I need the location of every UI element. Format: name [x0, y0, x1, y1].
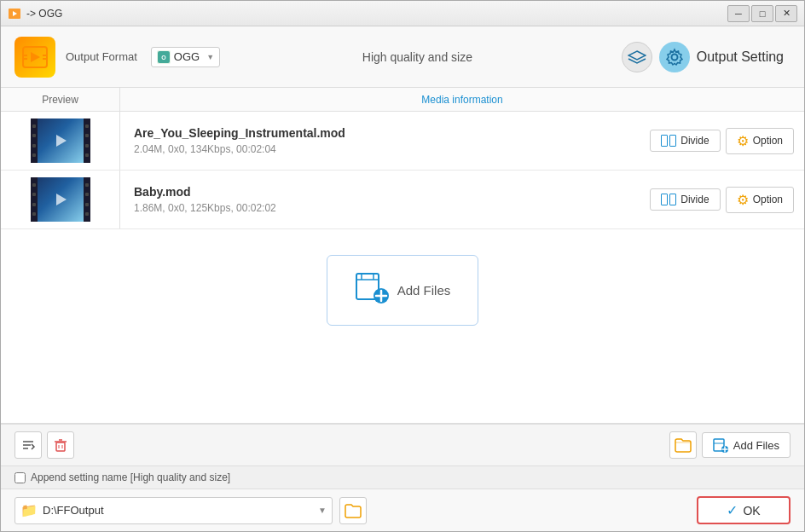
- ok-check-icon: ✓: [727, 502, 738, 518]
- app-logo-icon: [14, 37, 55, 78]
- folder-icon: 📁: [15, 502, 43, 518]
- append-setting-label[interactable]: Append setting name [High quality and si…: [31, 471, 230, 483]
- film-hole: [85, 183, 89, 187]
- add-files-bottom-button[interactable]: Add Files: [702, 432, 791, 458]
- film-hole: [85, 153, 89, 157]
- divide-button-2[interactable]: Divide: [650, 188, 720, 211]
- format-value: OGG: [174, 50, 200, 63]
- film-hole: [85, 144, 89, 147]
- layers-icon: [622, 42, 652, 72]
- option-icon-2: ⚙: [737, 192, 749, 208]
- film-strip-left: [31, 177, 38, 222]
- film-strip-left: [31, 119, 38, 163]
- append-setting-checkbox-wrap: Append setting name [High quality and si…: [14, 471, 230, 483]
- quality-text: High quality and size: [230, 50, 605, 64]
- divide-rect-left: [661, 194, 668, 205]
- close-button[interactable]: ✕: [775, 5, 797, 22]
- film-hole: [32, 124, 36, 128]
- path-dropdown-arrow[interactable]: ▼: [313, 506, 332, 515]
- output-setting-button[interactable]: Output Setting: [615, 38, 791, 76]
- output-path-text: D:\FFOutput: [43, 504, 313, 517]
- delete-button[interactable]: [47, 431, 74, 459]
- app-icon-small: [8, 7, 21, 20]
- film-hole: [85, 124, 89, 128]
- svg-marker-13: [56, 135, 67, 147]
- option-button-1[interactable]: ⚙ Option: [726, 128, 794, 154]
- film-hole: [32, 212, 36, 216]
- append-setting-checkbox[interactable]: [14, 472, 26, 483]
- option-label-1: Option: [753, 135, 783, 147]
- film-hole: [32, 134, 36, 137]
- gear-icon: [659, 42, 690, 72]
- add-files-center-button[interactable]: Add Files: [327, 255, 479, 326]
- file-list: Are_You_Sleeping_Instrumental.mod 2.04M,…: [1, 112, 804, 424]
- film-hole: [32, 193, 36, 196]
- svg-marker-11: [628, 51, 646, 60]
- main-toolbar: Output Format O OGG ▼ High quality and s…: [1, 26, 804, 88]
- film-strip-right: [84, 177, 90, 222]
- file-name-1: Are_You_Sleeping_Instrumental.mod: [134, 126, 636, 140]
- file-meta-1: 2.04M, 0x0, 134Kbps, 00:02:04: [134, 143, 636, 155]
- format-dropdown[interactable]: O OGG ▼: [151, 47, 220, 67]
- video-thumbnail-2: [31, 177, 90, 222]
- main-window: -> OGG ─ □ ✕ Output Format O: [0, 0, 805, 532]
- film-hole: [85, 203, 89, 206]
- sort-button[interactable]: [14, 431, 42, 459]
- svg-marker-14: [56, 194, 67, 205]
- divide-rect-right: [669, 194, 676, 205]
- file-actions-1: Divide ⚙ Option: [650, 128, 804, 154]
- svg-rect-25: [56, 442, 65, 451]
- add-files-center-label: Add Files: [397, 283, 451, 298]
- title-bar: -> OGG ─ □ ✕: [1, 1, 804, 26]
- ogg-icon: O: [157, 50, 171, 64]
- file-preview-1: [1, 112, 120, 170]
- file-preview-2: [1, 171, 120, 228]
- status-bar: Append setting name [High quality and si…: [1, 466, 804, 489]
- output-bar: 📁 D:\FFOutput ▼ ✓ OK: [1, 489, 804, 531]
- open-folder-button[interactable]: [669, 431, 697, 459]
- maximize-button[interactable]: □: [751, 5, 773, 22]
- ok-button[interactable]: ✓ OK: [697, 496, 791, 524]
- svg-text:O: O: [161, 55, 166, 61]
- divide-button-1[interactable]: Divide: [650, 130, 720, 152]
- add-files-icon: [355, 269, 389, 311]
- divide-rect-left: [661, 135, 668, 147]
- add-files-bottom-label: Add Files: [733, 439, 779, 452]
- divide-icon: [661, 194, 676, 205]
- window-title: -> OGG: [26, 8, 727, 20]
- option-label-2: Option: [753, 194, 783, 205]
- minimize-button[interactable]: ─: [727, 5, 750, 22]
- file-meta-2: 1.86M, 0x0, 125Kbps, 00:02:02: [134, 202, 636, 214]
- divide-rect-right: [669, 135, 676, 147]
- file-list-header: Preview Media information: [1, 88, 804, 112]
- preview-header: Preview: [1, 88, 120, 111]
- option-icon-1: ⚙: [737, 133, 749, 149]
- browse-folder-button[interactable]: [339, 497, 367, 524]
- svg-point-12: [671, 54, 677, 60]
- option-button-2[interactable]: ⚙ Option: [726, 187, 794, 213]
- output-setting-label: Output Setting: [697, 49, 784, 65]
- film-hole: [85, 212, 89, 216]
- dropdown-arrow-icon: ▼: [206, 53, 214, 61]
- film-content: [38, 119, 84, 163]
- table-row: Are_You_Sleeping_Instrumental.mod 2.04M,…: [1, 112, 804, 171]
- file-name-2: Baby.mod: [134, 185, 636, 199]
- output-path-field: 📁 D:\FFOutput ▼: [14, 497, 333, 524]
- film-hole: [32, 153, 36, 157]
- film-hole: [32, 144, 36, 147]
- divide-label-2: Divide: [680, 194, 709, 205]
- file-info-1: Are_You_Sleeping_Instrumental.mod 2.04M,…: [120, 119, 650, 162]
- film-strip-right: [84, 119, 90, 163]
- ok-label: OK: [743, 504, 760, 518]
- film-hole: [85, 134, 89, 137]
- add-files-area: Add Files: [1, 229, 804, 351]
- media-info-header: Media information: [120, 94, 804, 106]
- file-info-2: Baby.mod 1.86M, 0x0, 125Kbps, 00:02:02: [120, 178, 650, 221]
- table-row: Baby.mod 1.86M, 0x0, 125Kbps, 00:02:02 D…: [1, 171, 804, 229]
- window-controls: ─ □ ✕: [727, 5, 797, 22]
- bottom-toolbar: Add Files: [1, 424, 804, 466]
- film-hole: [32, 183, 36, 187]
- film-hole: [32, 203, 36, 206]
- film-content: [38, 177, 84, 222]
- divide-icon: [661, 135, 676, 147]
